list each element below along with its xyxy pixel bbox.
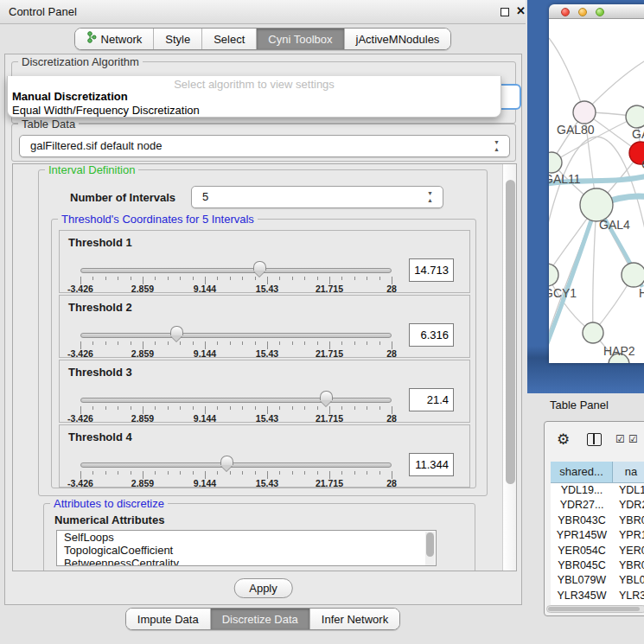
slider-track[interactable] (80, 462, 392, 468)
attributes-list-scrollbar[interactable] (425, 532, 435, 566)
attributes-group-title: Attributes to discretize (50, 497, 168, 510)
column-header-shared[interactable]: shared... (551, 462, 613, 482)
close-panel-icon[interactable]: ✕ (516, 4, 526, 17)
checkbox-icon[interactable]: ☑ (615, 433, 625, 445)
node-label: GAL80 (557, 123, 595, 137)
cell-shared-name[interactable]: YDR27... (551, 498, 613, 513)
thresholds-group: Threshold's Coordinates for 5 Intervals … (51, 219, 476, 488)
tab-jactivemnodules[interactable]: jActiveMNodules (345, 29, 451, 49)
table-horizontal-scrollbar[interactable] (546, 605, 644, 613)
zoom-traffic-light[interactable] (596, 8, 604, 16)
slider-thumb[interactable] (170, 326, 183, 335)
slider-tick-labels: -3.4262.8599.14415.4321.71528 (80, 478, 392, 488)
tab-style[interactable]: Style (154, 29, 202, 49)
numerical-attributes-list: SelfLoopsTopologicalCoefficientBetweenne… (56, 530, 437, 566)
table-row[interactable]: YBL079WYBL0 (551, 573, 644, 588)
network-window: GAL80 GA C GAL11 GAL4 GCY1 H HAP2 (549, 4, 644, 363)
cell-shared-name[interactable]: YLR345W (551, 589, 613, 603)
slider-thumb[interactable] (253, 261, 266, 271)
settings-vertical-scrollbar[interactable] (502, 164, 517, 571)
float-panel-icon[interactable] (501, 8, 509, 16)
attribute-list-item[interactable]: TopologicalCoefficient (57, 544, 436, 557)
threshold-row: Threshold 1-3.4262.8599.14415.4321.71528 (59, 230, 470, 293)
table-data-group: Table Data galFiltered.sif default node (11, 124, 516, 162)
threshold-label: Threshold 2 (68, 301, 132, 314)
table-data-group-title: Table Data (18, 118, 79, 131)
bottom-tab-bar: Impute Data Discretize Data Infer Networ… (0, 608, 526, 630)
slider-track[interactable] (80, 398, 392, 403)
node-label: GAL11 (549, 172, 581, 186)
cell-shared-name[interactable]: YBL079W (551, 573, 613, 588)
threshold-value-field[interactable] (409, 388, 454, 411)
tab-discretize-data[interactable]: Discretize Data (211, 609, 310, 629)
node-ga[interactable] (626, 105, 644, 128)
cell-name[interactable]: YLR3 (613, 589, 644, 603)
tab-select[interactable]: Select (202, 29, 257, 49)
algorithm-prompt: Select algorithm to view settings (8, 78, 501, 91)
number-of-intervals-combobox[interactable]: 5 (191, 186, 443, 208)
cell-shared-name[interactable]: YER054C (551, 544, 613, 558)
cell-shared-name[interactable]: YBR043C (551, 513, 613, 528)
attribute-list-item[interactable]: SelfLoops (57, 531, 436, 544)
table-row[interactable]: YDL19...YDL1 (551, 483, 644, 498)
node-h[interactable] (622, 263, 644, 287)
tab-network[interactable]: Network (75, 29, 155, 49)
table-row[interactable]: YER054CYER0 (551, 544, 644, 558)
slider-thumb[interactable] (220, 456, 233, 465)
cell-name[interactable]: YPR1 (613, 528, 644, 543)
apply-button[interactable]: Apply (233, 578, 293, 598)
node-gal4[interactable] (580, 188, 613, 221)
threshold-label: Threshold 3 (68, 366, 132, 379)
stepper-icon (494, 139, 501, 153)
algorithm-option-equal-width[interactable]: Equal Width/Frequency Discretization (12, 104, 200, 117)
attribute-list-item[interactable]: BetweennessCentrality (57, 557, 436, 566)
gear-icon[interactable]: ⚙ (557, 430, 570, 449)
threshold-label: Threshold 1 (68, 236, 132, 249)
threshold-row: Threshold 2-3.4262.8599.14415.4321.71528 (59, 295, 470, 358)
slider-thumb[interactable] (320, 391, 333, 400)
node-gcy1[interactable] (549, 264, 558, 286)
node-label: GAL4 (599, 218, 630, 232)
table-row[interactable]: YDR27...YDR2 (551, 498, 644, 513)
table-row[interactable]: YBR043CYBR0 (551, 513, 644, 528)
cell-name[interactable]: YDR2 (613, 498, 644, 513)
threshold-value-field[interactable] (409, 323, 454, 347)
table-row[interactable]: YLR345WYLR3 (551, 589, 644, 603)
table-data-combobox[interactable]: galFiltered.sif default node (19, 135, 510, 157)
node-hap2[interactable] (583, 322, 603, 343)
cell-name[interactable]: YBR0 (613, 513, 644, 528)
cell-shared-name[interactable]: YDL19... (551, 483, 613, 498)
scrollbar-thumb[interactable] (506, 180, 515, 484)
split-columns-icon[interactable] (587, 433, 602, 446)
table-panel-title: Table Panel (550, 399, 609, 411)
tab-infer-network[interactable]: Infer Network (310, 609, 399, 629)
node-gal11[interactable] (549, 152, 562, 173)
tab-cyni-toolbox[interactable]: Cyni Toolbox (257, 29, 344, 49)
table-row[interactable]: YPR145WYPR1 (551, 528, 644, 543)
cell-name[interactable]: YBR0 (613, 558, 644, 573)
close-traffic-light[interactable] (561, 8, 570, 16)
cell-name[interactable]: YDL1 (613, 483, 644, 498)
network-canvas[interactable]: GAL80 GA C GAL11 GAL4 GCY1 H HAP2 (549, 19, 644, 363)
cell-name[interactable]: YER0 (613, 544, 644, 558)
node-gal80[interactable] (573, 101, 596, 124)
algorithm-option-manual[interactable]: Manual Discretization (12, 90, 128, 103)
cell-name[interactable]: YBL0 (613, 573, 644, 588)
cell-shared-name[interactable]: YBR045C (551, 558, 613, 573)
checkbox-icon[interactable]: ☑ (628, 433, 638, 445)
tab-impute-data[interactable]: Impute Data (126, 609, 211, 629)
slider-tick-labels: -3.4262.8599.14415.4321.71528 (80, 413, 392, 424)
discretization-algorithm-group-title: Discretization Algorithm (18, 55, 143, 68)
threshold-value-field[interactable] (409, 258, 454, 282)
slider-track[interactable] (80, 268, 392, 273)
scrollbar-thumb[interactable] (548, 607, 640, 611)
column-header-name[interactable]: na (613, 462, 644, 482)
slider-track[interactable] (80, 333, 392, 338)
threshold-value-field[interactable] (409, 453, 454, 476)
number-of-intervals-label: Number of Intervals (70, 191, 175, 204)
minimize-traffic-light[interactable] (578, 8, 587, 16)
cell-shared-name[interactable]: YPR145W (551, 528, 613, 543)
table-row[interactable]: YBR045CYBR0 (551, 558, 644, 573)
number-of-intervals-value: 5 (202, 190, 208, 203)
algorithm-dropdown-popup: Select algorithm to view settings Manual… (7, 76, 501, 118)
